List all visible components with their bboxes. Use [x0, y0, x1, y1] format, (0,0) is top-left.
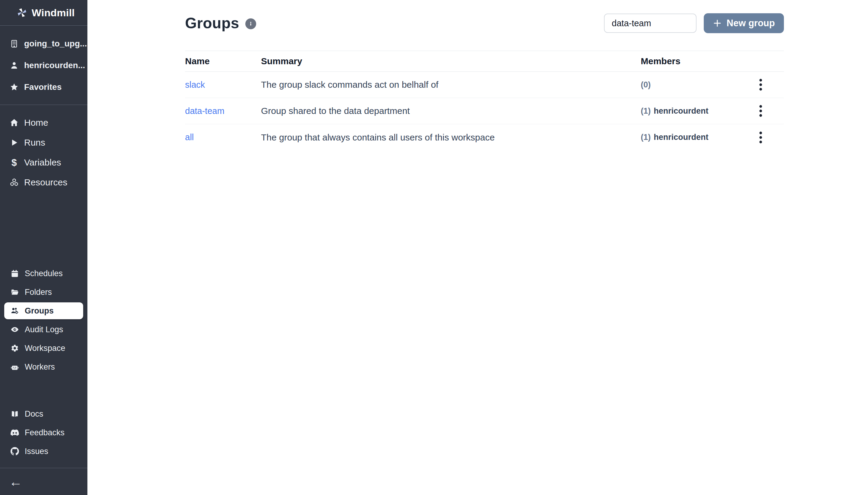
nav-label: Docs [25, 409, 44, 419]
user-group-gear-icon [10, 306, 20, 316]
nav-label: Workspace [25, 344, 65, 353]
nav-label: Issues [25, 447, 48, 456]
nav-label: Workers [25, 362, 55, 372]
gear-icon [10, 343, 20, 353]
secondary-nav: Schedules Folders [0, 256, 87, 383]
table-header-row: Name Summary Members [185, 51, 784, 72]
new-group-label: New group [727, 18, 775, 29]
nav-label: Resources [24, 177, 67, 188]
calendar-icon [10, 268, 20, 278]
primary-nav: Home Runs $ Variables Resources [0, 105, 87, 200]
column-header-summary: Summary [261, 56, 641, 66]
sidebar-item-feedbacks[interactable]: Feedbacks [4, 423, 83, 442]
star-icon [9, 82, 19, 92]
windmill-logo-icon [17, 7, 27, 18]
discord-icon [10, 427, 20, 438]
app-logo[interactable]: Windmill [0, 0, 87, 25]
sidebar: Windmill going_to_upg... [0, 0, 87, 495]
table-row: data-team Group shared to the data depar… [185, 98, 784, 124]
sidebar-item-folders[interactable]: Folders [4, 283, 83, 302]
book-icon [10, 409, 20, 419]
github-icon [10, 446, 20, 456]
user-name: henricourden... [24, 61, 85, 70]
members-names: henricourdent [654, 106, 709, 116]
group-summary: The group that always contains all users… [261, 132, 494, 142]
workspace-name: going_to_upg... [24, 39, 87, 49]
sidebar-spacer [0, 200, 87, 256]
main-content: Groups New group Name Summary Members [87, 0, 868, 150]
members-count: (1) [641, 133, 651, 142]
user-icon [9, 60, 19, 70]
nav-label: Groups [25, 306, 54, 315]
group-link[interactable]: all [185, 132, 194, 142]
dollar-icon: $ [9, 157, 19, 168]
column-header-name: Name [185, 56, 261, 66]
kebab-icon [759, 131, 763, 144]
sidebar-item-resources[interactable]: Resources [4, 172, 83, 192]
sidebar-item-home[interactable]: Home [4, 113, 83, 133]
sidebar-item-workspace[interactable]: Workspace [4, 339, 83, 358]
table-row: slack The group slack commands act on be… [185, 72, 784, 98]
info-icon[interactable] [245, 18, 256, 29]
sidebar-item-variables[interactable]: $ Variables [4, 153, 83, 172]
workspace-section: going_to_upg... henricourden... Favorite… [0, 25, 87, 105]
group-link[interactable]: data-team [185, 106, 225, 116]
sidebar-item-user[interactable]: henricourden... [4, 54, 83, 76]
folder-open-icon [10, 287, 20, 297]
sidebar-item-docs[interactable]: Docs [4, 405, 83, 423]
group-search-input[interactable] [604, 14, 696, 33]
sidebar-item-runs[interactable]: Runs [4, 133, 83, 153]
nav-label: Variables [24, 157, 61, 168]
building-icon [9, 39, 19, 49]
header-controls: New group [604, 13, 784, 33]
app-title: Windmill [32, 7, 75, 19]
groups-table: Name Summary Members slack The group sla… [185, 51, 784, 150]
kebab-icon [759, 104, 763, 118]
sidebar-gap [0, 383, 87, 405]
nav-label: Home [24, 118, 48, 128]
group-link[interactable]: slack [185, 80, 205, 89]
row-menu-button[interactable] [752, 76, 769, 93]
sidebar-item-favorites[interactable]: Favorites [4, 76, 83, 98]
robot-icon [10, 362, 20, 372]
plus-icon [713, 19, 722, 28]
sidebar-item-issues[interactable]: Issues [4, 442, 83, 461]
members-count: (1) [641, 106, 651, 116]
collapse-sidebar-icon[interactable]: ← [9, 475, 22, 488]
sidebar-item-workspace-switcher[interactable]: going_to_upg... [4, 33, 83, 54]
sidebar-item-groups[interactable]: Groups [4, 302, 83, 319]
group-summary: Group shared to the data department [261, 106, 410, 116]
page-title: Groups [185, 15, 239, 32]
row-menu-button[interactable] [752, 102, 769, 119]
play-icon [9, 137, 19, 148]
page-header: Groups New group [87, 0, 868, 33]
home-icon [9, 118, 19, 128]
nav-label: Feedbacks [25, 428, 65, 438]
members-count: (0) [641, 80, 651, 89]
nav-label: Schedules [25, 269, 63, 278]
group-summary: The group slack commands act on belhalf … [261, 80, 438, 89]
favorites-label: Favorites [24, 82, 62, 92]
sidebar-item-schedules[interactable]: Schedules [4, 264, 83, 283]
table-body: slack The group slack commands act on be… [185, 72, 784, 150]
nav-label: Runs [24, 137, 45, 148]
nav-label: Folders [25, 288, 52, 297]
cubes-icon [9, 177, 19, 188]
kebab-icon [759, 78, 763, 91]
tertiary-nav: Docs Feedbacks Issues [0, 405, 87, 468]
sidebar-item-audit-logs[interactable]: Audit Logs [4, 320, 83, 339]
sidebar-footer: ← [0, 468, 87, 495]
column-header-members: Members [641, 56, 737, 66]
table-row: all The group that always contains all u… [185, 124, 784, 150]
sidebar-item-workers[interactable]: Workers [4, 358, 83, 376]
row-menu-button[interactable] [752, 129, 769, 146]
members-names: henricourdent [654, 133, 709, 142]
new-group-button[interactable]: New group [704, 13, 784, 33]
nav-label: Audit Logs [25, 325, 63, 334]
eye-icon [10, 324, 20, 335]
